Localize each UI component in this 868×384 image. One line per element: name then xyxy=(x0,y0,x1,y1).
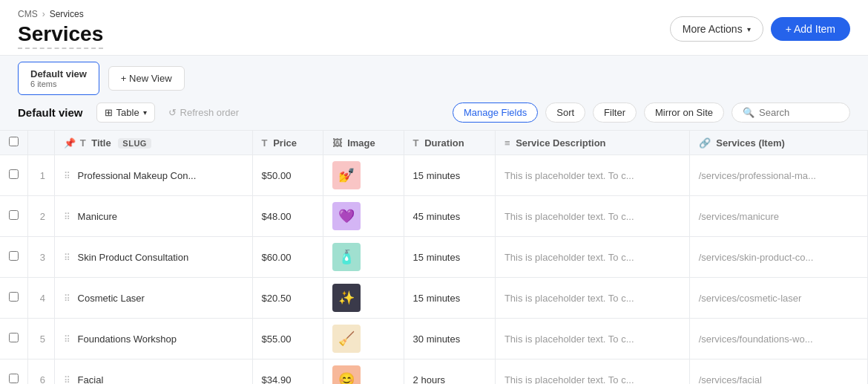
row-services-item[interactable]: /services/manicure xyxy=(689,196,867,237)
row-checkbox[interactable] xyxy=(9,374,19,383)
row-description[interactable]: This is placeholder text. To c... xyxy=(495,155,689,196)
row-image[interactable]: ✨ xyxy=(323,278,404,319)
breadcrumb-separator: › xyxy=(42,9,45,19)
row-price[interactable]: $48.00 xyxy=(252,196,323,237)
select-all-checkbox-cell[interactable] xyxy=(0,131,28,155)
table-row[interactable]: 2 ⠿ Manicure $48.00 💜 45 minutes This is… xyxy=(0,196,868,237)
row-title[interactable]: ⠿ Facial xyxy=(55,359,253,385)
sort-button[interactable]: Sort xyxy=(545,102,585,123)
row-num: 3 xyxy=(28,237,55,278)
drag-handle-icon: ⠿ xyxy=(64,253,70,263)
breadcrumb-current: Services xyxy=(50,9,84,19)
default-view-tab[interactable]: Default view 6 items xyxy=(18,62,99,95)
row-checkbox[interactable] xyxy=(9,292,19,302)
header-actions: More Actions ▾ + Add Item xyxy=(670,16,850,42)
row-duration[interactable]: 15 minutes xyxy=(404,278,495,319)
search-icon: 🔍 xyxy=(743,107,754,118)
row-duration[interactable]: 2 hours xyxy=(404,359,495,385)
toolbar-view-name: Default view xyxy=(18,106,83,119)
row-description[interactable]: This is placeholder text. To c... xyxy=(495,196,689,237)
row-checkbox-cell[interactable] xyxy=(0,237,28,278)
table-row[interactable]: 6 ⠿ Facial $34.90 😊 2 hours This is plac… xyxy=(0,359,868,385)
sort-label: Sort xyxy=(556,107,574,118)
row-price[interactable]: $34.90 xyxy=(252,359,323,385)
row-image[interactable]: 😊 xyxy=(323,359,404,385)
row-image[interactable]: 🧴 xyxy=(323,237,404,278)
row-title[interactable]: ⠿ Skin Product Consultation xyxy=(55,237,253,278)
image-thumb: 💅 xyxy=(332,161,361,189)
row-description[interactable]: This is placeholder text. To c... xyxy=(495,237,689,278)
row-image[interactable]: 💜 xyxy=(323,196,404,237)
row-price[interactable]: $60.00 xyxy=(252,237,323,278)
data-table: 📌 T Title SLUG T Price 🖼 Image T Duratio… xyxy=(0,131,868,384)
row-checkbox-cell[interactable] xyxy=(0,359,28,385)
row-services-item[interactable]: /services/cosmetic-laser xyxy=(689,278,867,319)
row-checkbox[interactable] xyxy=(9,251,19,261)
row-checkbox[interactable] xyxy=(9,333,19,342)
table-row[interactable]: 4 ⠿ Cosmetic Laser $20.50 ✨ 15 minutes T… xyxy=(0,278,868,319)
manage-fields-button[interactable]: Manage Fields xyxy=(453,102,538,123)
row-num: 2 xyxy=(28,196,55,237)
row-title[interactable]: ⠿ Foundations Workshop xyxy=(55,319,253,359)
row-services-item[interactable]: /services/skin-product-co... xyxy=(689,237,867,278)
search-input[interactable] xyxy=(759,107,833,118)
row-title[interactable]: ⠿ Cosmetic Laser xyxy=(55,278,253,319)
row-checkbox[interactable] xyxy=(9,210,19,220)
col-price: T Price xyxy=(252,131,323,155)
row-duration[interactable]: 15 minutes xyxy=(404,237,495,278)
image-thumb: 🧹 xyxy=(332,325,361,353)
filter-button[interactable]: Filter xyxy=(593,102,637,123)
refresh-icon: ↺ xyxy=(168,107,177,118)
col-title: 📌 T Title SLUG xyxy=(55,131,253,155)
chevron-down-icon: ▾ xyxy=(143,108,147,117)
chevron-down-icon: ▾ xyxy=(747,25,751,33)
breadcrumb-parent[interactable]: CMS xyxy=(18,9,38,19)
toolbar: Default view ⊞ Table ▾ ↺ Refresh order M… xyxy=(0,95,868,131)
image-thumb: ✨ xyxy=(332,284,361,312)
row-num: 4 xyxy=(28,278,55,319)
row-checkbox-cell[interactable] xyxy=(0,278,28,319)
row-title[interactable]: ⠿ Manicure xyxy=(55,196,253,237)
row-title[interactable]: ⠿ Professional Makeup Con... xyxy=(55,155,253,196)
more-actions-label: More Actions xyxy=(683,23,743,35)
row-num: 5 xyxy=(28,319,55,359)
row-description[interactable]: This is placeholder text. To c... xyxy=(495,278,689,319)
row-price[interactable]: $50.00 xyxy=(252,155,323,196)
row-services-item[interactable]: /services/facial xyxy=(689,359,867,385)
mirror-on-site-button[interactable]: Mirror on Site xyxy=(644,102,724,123)
row-checkbox-cell[interactable] xyxy=(0,319,28,359)
row-description[interactable]: This is placeholder text. To c... xyxy=(495,359,689,385)
col-num xyxy=(28,131,55,155)
col-services-item: 🔗 Services (Item) xyxy=(689,131,867,155)
default-view-tab-count: 6 items xyxy=(30,79,87,88)
new-view-button[interactable]: + New View xyxy=(108,66,185,91)
drag-handle-icon: ⠿ xyxy=(64,375,70,385)
select-all-checkbox[interactable] xyxy=(9,137,19,146)
row-image[interactable]: 💅 xyxy=(323,155,404,196)
table-row[interactable]: 5 ⠿ Foundations Workshop $55.00 🧹 30 min… xyxy=(0,319,868,359)
table-row[interactable]: 3 ⠿ Skin Product Consultation $60.00 🧴 1… xyxy=(0,237,868,278)
more-actions-button[interactable]: More Actions ▾ xyxy=(670,16,763,42)
search-box[interactable]: 🔍 xyxy=(731,102,850,123)
row-price[interactable]: $20.50 xyxy=(252,278,323,319)
row-image[interactable]: 🧹 xyxy=(323,319,404,359)
refresh-order-button[interactable]: ↺ Refresh order xyxy=(162,103,245,122)
add-item-button[interactable]: + Add Item xyxy=(771,17,850,41)
table-label: Table xyxy=(116,107,139,118)
row-duration[interactable]: 30 minutes xyxy=(404,319,495,359)
table-row[interactable]: 1 ⠿ Professional Makeup Con... $50.00 💅 … xyxy=(0,155,868,196)
table-view-button[interactable]: ⊞ Table ▾ xyxy=(96,102,155,123)
drag-handle-icon: ⠿ xyxy=(64,171,70,181)
row-description[interactable]: This is placeholder text. To c... xyxy=(495,319,689,359)
row-checkbox[interactable] xyxy=(9,169,19,179)
row-services-item[interactable]: /services/foundations-wo... xyxy=(689,319,867,359)
breadcrumb: CMS › Services xyxy=(18,9,103,19)
row-checkbox-cell[interactable] xyxy=(0,196,28,237)
row-duration[interactable]: 15 minutes xyxy=(404,155,495,196)
row-services-item[interactable]: /services/professional-ma... xyxy=(689,155,867,196)
manage-fields-label: Manage Fields xyxy=(464,107,527,118)
row-checkbox-cell[interactable] xyxy=(0,155,28,196)
views-bar: Default view 6 items + New View xyxy=(0,55,868,95)
row-price[interactable]: $55.00 xyxy=(252,319,323,359)
row-duration[interactable]: 45 minutes xyxy=(404,196,495,237)
